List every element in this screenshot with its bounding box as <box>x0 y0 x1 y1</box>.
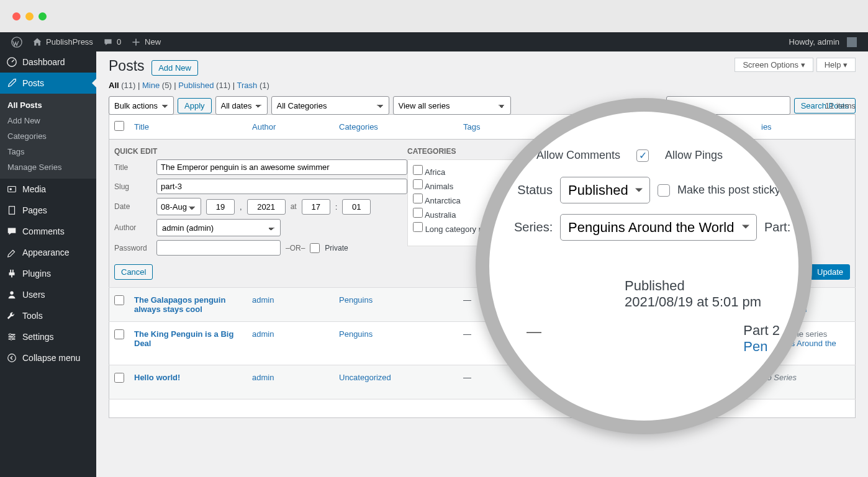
sidebar-item-comments[interactable]: Comments <box>0 221 96 242</box>
sidebar-sub-add-new[interactable]: Add New <box>0 113 96 128</box>
sidebar-item-posts[interactable]: Posts <box>0 73 96 94</box>
table-row <box>109 399 856 418</box>
series-dropdown[interactable]: Penguins Around the World <box>560 214 757 241</box>
sidebar-item-label: Tools <box>22 311 43 321</box>
qe-password-input[interactable] <box>156 240 281 256</box>
svg-point-10 <box>12 336 14 337</box>
qe-author-select[interactable]: admin (admin) <box>156 219 281 236</box>
allow-pings-checkbox[interactable]: ✓ <box>636 149 649 162</box>
my-account[interactable]: Howdy, admin <box>784 32 862 51</box>
screen-options-button[interactable]: Screen Options ▾ <box>735 58 813 72</box>
qe-hour-input[interactable] <box>302 199 330 215</box>
category-link[interactable]: Penguins <box>339 329 373 339</box>
sidebar-item-dashboard[interactable]: Dashboard <box>0 51 96 73</box>
qe-year-input[interactable] <box>247 199 286 215</box>
sidebar-item-label: Pages <box>22 205 47 215</box>
bulk-actions-select[interactable]: Bulk actions <box>109 96 174 115</box>
category-link[interactable]: Penguins <box>339 295 373 305</box>
site-title: PublishPress <box>46 37 93 47</box>
mac-titlebar <box>0 0 868 32</box>
row-checkbox[interactable] <box>114 295 124 305</box>
status-label: Status <box>514 183 553 197</box>
sidebar-item-label: Dashboard <box>22 57 65 67</box>
sidebar-sub-all-posts[interactable]: All Posts <box>0 97 96 113</box>
author-link[interactable]: admin <box>252 329 274 339</box>
row-checkbox[interactable] <box>114 373 124 383</box>
filter-published[interactable]: Published (11) <box>178 81 230 90</box>
svg-point-3 <box>9 188 12 190</box>
site-name[interactable]: PublishPress <box>27 32 98 51</box>
svg-point-12 <box>8 354 16 362</box>
sidebar-sub-categories[interactable]: Categories <box>0 128 96 144</box>
sidebar-item-pages[interactable]: Pages <box>0 200 96 221</box>
filter-all[interactable]: All (11) <box>109 81 135 90</box>
quick-edit-heading: QUICK EDIT <box>114 147 407 156</box>
filter-mine[interactable]: Mine (5) <box>142 81 172 90</box>
col-title[interactable]: Title <box>134 122 149 132</box>
sidebar-item-label: Media <box>22 184 46 194</box>
author-link[interactable]: admin <box>252 373 274 382</box>
close-icon[interactable] <box>12 12 20 20</box>
col-cats[interactable]: Categories <box>334 115 458 140</box>
sidebar-item-label: Collapse menu <box>22 353 80 363</box>
filter-trash[interactable]: Trash (1) <box>237 81 269 90</box>
howdy-text: Howdy, admin <box>789 37 839 47</box>
row-checkbox[interactable] <box>114 329 124 339</box>
qe-slug-input[interactable] <box>156 179 407 194</box>
apply-button[interactable]: Apply <box>178 98 212 114</box>
qe-min-input[interactable] <box>342 199 371 215</box>
status-select[interactable]: Published <box>560 177 650 203</box>
col-author[interactable]: Author <box>247 115 334 140</box>
series-select[interactable]: View all series <box>393 96 511 115</box>
sidebar-sub-tags[interactable]: Tags <box>0 144 96 159</box>
sidebar-item-appearance[interactable]: Appearance <box>0 242 96 263</box>
help-button[interactable]: Help ▾ <box>816 58 856 72</box>
category-link[interactable]: Uncategorized <box>339 373 391 382</box>
qe-update-button[interactable]: Update <box>810 264 850 280</box>
add-new-button[interactable]: Add New <box>151 60 198 76</box>
select-all-checkbox[interactable] <box>114 121 124 131</box>
sidebar-item-label: Appearance <box>22 247 70 257</box>
post-title-link[interactable]: Hello world! <box>134 373 180 382</box>
mag-series-info: Part 2 Pen <box>743 323 780 355</box>
svg-rect-4 <box>9 207 15 215</box>
sidebar-item-label: Settings <box>22 332 54 342</box>
svg-point-11 <box>10 338 12 340</box>
avatar <box>847 37 857 47</box>
post-title-link[interactable]: The Galapagos penguin always stays cool <box>134 295 225 314</box>
sidebar-item-plugins[interactable]: Plugins <box>0 263 96 284</box>
status-filter: All (11) | Mine (5) | Published (11) | T… <box>109 81 856 90</box>
sidebar-item-label: Posts <box>22 78 44 88</box>
sidebar-submenu-posts: All Posts Add New Categories Tags Manage… <box>0 94 96 179</box>
sidebar-item-collapse[interactable]: Collapse menu <box>0 347 96 368</box>
author-link[interactable]: admin <box>252 295 274 305</box>
sidebar-item-tools[interactable]: Tools <box>0 305 96 326</box>
svg-point-5 <box>10 292 13 295</box>
categories-select[interactable]: All Categories <box>271 96 389 115</box>
svg-point-9 <box>9 334 11 336</box>
sidebar-item-label: Plugins <box>22 269 51 279</box>
sticky-checkbox[interactable] <box>658 184 670 197</box>
new-label: New <box>145 37 161 47</box>
sidebar-sub-manage-series[interactable]: Manage Series <box>0 159 96 175</box>
post-title-link[interactable]: The King Penguin is a Big Deal <box>134 329 233 348</box>
sidebar-item-label: Users <box>22 290 45 300</box>
magnifier-overlay: Allow Comments ✓ Allow Pings Status Publ… <box>476 98 812 434</box>
qe-day-input[interactable] <box>206 199 235 215</box>
sidebar-item-media[interactable]: Media <box>0 179 96 200</box>
sidebar-item-settings[interactable]: Settings <box>0 326 96 347</box>
qe-month-select[interactable]: 08-Aug <box>156 198 201 215</box>
series-label: Series: <box>514 220 553 234</box>
dates-select[interactable]: All dates <box>215 96 268 115</box>
minimize-icon[interactable] <box>25 12 34 20</box>
sticky-label: Make this post sticky <box>677 184 780 197</box>
sidebar-item-users[interactable]: Users <box>0 284 96 305</box>
mag-pub-info: Published 2021/08/19 at 5:01 pm <box>625 278 786 310</box>
wp-logo[interactable] <box>6 32 27 51</box>
new-content[interactable]: New <box>126 32 166 51</box>
qe-title-input[interactable] <box>156 159 407 175</box>
qe-cancel-button[interactable]: Cancel <box>114 264 153 280</box>
qe-private-checkbox[interactable] <box>310 243 320 253</box>
maximize-icon[interactable] <box>38 12 47 20</box>
comments-link[interactable]: 0 <box>98 32 126 51</box>
